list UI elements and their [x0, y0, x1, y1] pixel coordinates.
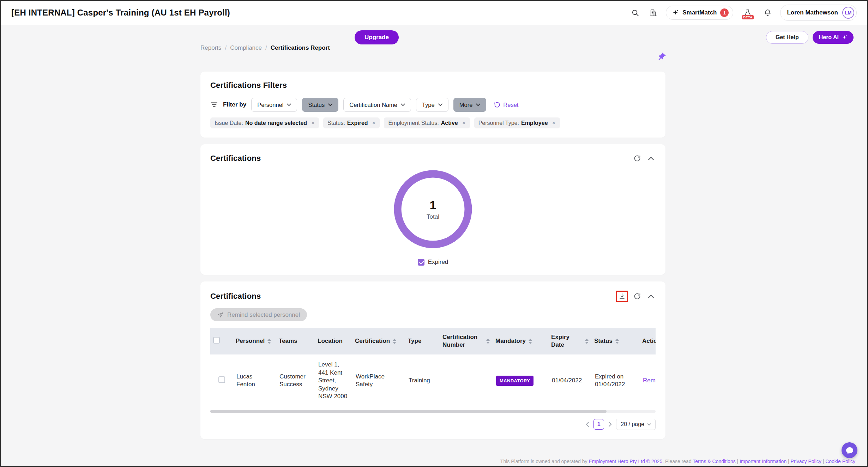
donut-total-label: Total	[427, 213, 439, 220]
close-icon[interactable]: ×	[462, 120, 466, 126]
table-collapse-button[interactable]	[646, 293, 656, 300]
building-icon	[649, 9, 657, 17]
sort-icon[interactable]	[486, 339, 490, 344]
chevron-down-icon	[328, 103, 332, 106]
sort-icon[interactable]	[529, 339, 532, 344]
org-switcher-button[interactable]	[648, 7, 659, 18]
breadcrumb-compliance[interactable]: Compliance	[230, 44, 262, 51]
col-type: Type	[405, 328, 440, 354]
cell-certification-number	[440, 354, 493, 407]
cookie-policy-link[interactable]: Cookie Policy	[825, 459, 855, 464]
cell-select	[210, 354, 233, 407]
row-checkbox[interactable]	[218, 376, 225, 383]
donut-total-value: 1	[430, 198, 436, 212]
page-size-select[interactable]: 20 / page	[616, 419, 656, 430]
filter-certification-name-dropdown[interactable]: Certification Name	[343, 98, 411, 112]
user-menu[interactable]: Loren Mathewson LM	[780, 5, 857, 21]
footer-text: . Please read	[662, 459, 693, 464]
smartmatch-count-badge: 1	[720, 8, 729, 17]
next-page-button[interactable]	[608, 421, 612, 427]
important-information-link[interactable]: Important Information	[740, 459, 786, 464]
certifications-chart-card: Certifications 1 To	[200, 144, 665, 275]
col-mandatory: Mandatory	[493, 328, 548, 354]
chat-icon	[845, 446, 854, 455]
terms-link[interactable]: Terms & Conditions	[693, 459, 735, 464]
remind-selected-personnel-button[interactable]: Remind selected personnel	[210, 308, 307, 321]
scrollbar-thumb[interactable]	[210, 410, 607, 413]
pagination: 1 20 / page	[210, 419, 656, 430]
top-bar: [EH INTERNAL] Casper's Training (AU 1st …	[1, 1, 867, 25]
upgrade-button[interactable]: Upgrade	[355, 30, 399, 44]
chevron-down-icon	[401, 103, 405, 106]
legend-expired-checkbox[interactable]	[418, 259, 424, 266]
col-actions: Actions	[639, 328, 656, 354]
pin-report-button[interactable]	[656, 52, 666, 63]
table-scroll-viewport: Personnel Teams Location Certification T…	[210, 328, 656, 407]
company-link[interactable]: Employment Hero Pty Ltd © 2025	[589, 459, 662, 464]
notifications-button[interactable]	[762, 7, 773, 18]
col-location: Location	[315, 328, 352, 354]
close-icon[interactable]: ×	[552, 120, 556, 126]
collapse-icon	[648, 156, 654, 160]
hero-ai-label: Hero AI	[819, 34, 839, 41]
avatar: LM	[842, 7, 854, 19]
breadcrumb-separator: /	[265, 44, 267, 51]
breadcrumb-separator: /	[225, 44, 227, 51]
col-personnel: Personnel	[233, 328, 276, 354]
certifications-filters-card: Certifications Filters Filter by Personn…	[200, 72, 665, 138]
certifications-donut-chart: 1 Total	[392, 168, 474, 250]
table-refresh-button[interactable]	[632, 291, 642, 301]
pin-icon	[656, 52, 666, 62]
col-status: Status	[591, 328, 639, 354]
get-help-button[interactable]: Get Help	[766, 31, 808, 44]
hero-ai-button[interactable]: Hero AI	[813, 31, 854, 44]
chevron-down-icon	[438, 103, 442, 106]
filter-personnel-dropdown[interactable]: Personnel	[251, 98, 297, 112]
chevron-left-icon	[586, 421, 589, 427]
filter-type-dropdown[interactable]: Type	[416, 98, 448, 112]
privacy-policy-link[interactable]: Privacy Policy	[791, 459, 821, 464]
select-all-checkbox[interactable]	[213, 337, 220, 344]
chart-legend: Expired	[210, 259, 656, 266]
smartmatch-button[interactable]: SmartMatch 1	[666, 6, 733, 20]
sort-icon[interactable]	[615, 339, 619, 344]
page-number[interactable]: 1	[593, 419, 604, 430]
workspace-title: [EH INTERNAL] Casper's Training (AU 1st …	[11, 8, 230, 18]
horizontal-scrollbar[interactable]	[210, 410, 656, 413]
user-name: Loren Mathewson	[787, 9, 838, 16]
refresh-icon	[634, 293, 641, 300]
filter-tag-employment-status: Employment Status: Active ×	[384, 117, 470, 128]
sort-icon[interactable]	[585, 339, 589, 344]
filter-status-dropdown[interactable]: Status	[302, 98, 338, 112]
chevron-right-icon	[608, 421, 612, 427]
beta-feature-button[interactable]: BETA	[740, 9, 755, 17]
footer-text: This Platform is owned and operated by	[500, 459, 589, 464]
filter-more-dropdown[interactable]: More	[453, 98, 487, 112]
chat-widget-button[interactable]	[842, 442, 857, 458]
filter-tag-personnel-type: Personnel Type: Employee ×	[474, 117, 560, 128]
filter-tag-issue-date: Issue Date: No date range selected ×	[210, 117, 319, 128]
col-certification-number: Certification Number	[440, 328, 493, 354]
footer-separator: |	[786, 459, 790, 464]
filter-label: More	[459, 102, 473, 108]
remind-link[interactable]: Remind	[643, 377, 656, 384]
chart-refresh-button[interactable]	[632, 153, 642, 163]
help-actions: Get Help Hero AI	[766, 31, 854, 44]
cell-certification: WorkPlace Safety	[352, 354, 405, 407]
col-certification: Certification	[352, 328, 405, 354]
sort-icon[interactable]	[393, 339, 396, 344]
send-icon	[217, 312, 224, 318]
top-bar-actions: SmartMatch 1 BETA Loren Mathewson LM	[630, 5, 857, 21]
search-icon	[631, 9, 639, 17]
chart-collapse-button[interactable]	[646, 155, 656, 162]
sort-icon[interactable]	[267, 339, 271, 344]
close-icon[interactable]: ×	[311, 120, 315, 126]
close-icon[interactable]: ×	[372, 120, 376, 126]
previous-page-button[interactable]	[586, 421, 589, 427]
filter-label: Personnel	[257, 102, 283, 108]
search-button[interactable]	[630, 7, 641, 18]
breadcrumb-reports[interactable]: Reports	[200, 44, 222, 51]
sparkle-icon	[672, 9, 679, 16]
download-button[interactable]	[619, 293, 626, 300]
reset-filters-button[interactable]: Reset	[494, 102, 518, 108]
